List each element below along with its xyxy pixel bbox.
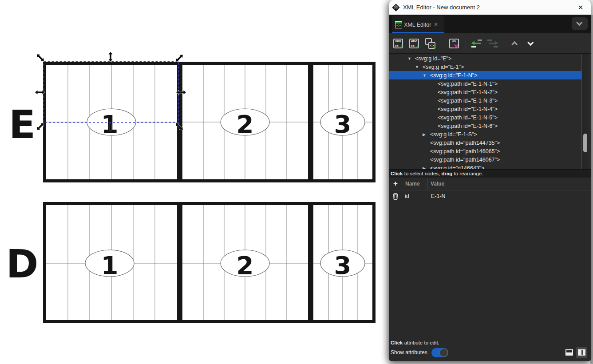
tree-node[interactable]: <svg:path id="E-1-N-3">	[389, 96, 581, 105]
attribute-hint: Click attribute to edit.	[389, 339, 591, 347]
add-attribute-button[interactable]: +	[389, 178, 402, 190]
tree-node-label: <svg:path id="E-1-N-6">	[438, 123, 498, 129]
toolbar-separator	[466, 38, 466, 49]
expander-triangle-icon[interactable]: ▶	[423, 166, 430, 170]
xml-editor-tab-icon: <>	[395, 21, 402, 28]
canvas[interactable]: 1 2 3 E	[0, 0, 389, 364]
tree-node-label: <svg:g id="E-1-S">	[430, 131, 477, 138]
tree-node-label: <svg:g id="E-1">	[423, 64, 464, 70]
attribute-table-header: + Name Value	[389, 178, 591, 190]
attr-value[interactable]: E-1-N	[427, 193, 591, 199]
layout-vertical-button[interactable]	[576, 347, 587, 358]
tree-node-label: <svg:path id="E-1-N-1">	[438, 81, 498, 87]
dialog-bottom-bar: Show attributes	[389, 347, 591, 361]
chevron-down-icon	[527, 39, 534, 45]
dialog-tabbar: <> XML Editor ✕	[389, 15, 591, 33]
move-node-up-button[interactable]	[509, 37, 521, 50]
structure-d[interactable]: 1 2 3 D	[6, 202, 374, 323]
tree-node[interactable]: <svg:path id="E-1-N-2">	[389, 88, 581, 96]
tree-node[interactable]: ▶ <svg:g id="E-1-S">	[389, 130, 581, 138]
section-label-e2: 2	[237, 110, 254, 138]
inkscape-logo-icon	[392, 4, 400, 12]
tree-node[interactable]: ▼ <svg:g id="E-1">	[389, 63, 581, 71]
tree-node[interactable]: <svg:path id="E-1-N-6">	[389, 122, 581, 130]
section-label-d3: 3	[334, 251, 352, 280]
move-node-down-button[interactable]	[525, 37, 537, 50]
screen: 1 2 3 E	[0, 0, 593, 364]
section-ellipses-d: 1 2 3	[85, 250, 365, 280]
new-element-node-button[interactable]: xml <> +	[392, 37, 404, 50]
horizontal-layout-icon	[565, 349, 573, 356]
chevron-up-icon	[511, 41, 518, 47]
tree-scrollbar[interactable]	[581, 54, 588, 169]
tree-node-label: <svg:path id="E-1-N-2">	[438, 89, 498, 95]
tree-node-label: <svg:path id="path144735">	[430, 140, 500, 146]
dialog-title: XML Editor - New document 2	[403, 4, 574, 11]
expander-triangle-icon[interactable]: ▼	[423, 73, 430, 78]
trash-icon	[392, 193, 399, 200]
section-label-d1: 1	[101, 251, 119, 280]
tab-label: XML Editor	[404, 22, 431, 28]
unindent-node-button[interactable]	[470, 37, 483, 50]
tree-node-label: <svg:path id="path146065">	[430, 148, 500, 154]
tree-node-label: <svg:g id="g146643">	[430, 165, 485, 170]
tab-overflow-button[interactable]	[572, 17, 588, 30]
tree-hint: Click to select nodes, drag to rearrange…	[389, 170, 591, 178]
handle-left-center[interactable]	[35, 91, 45, 95]
row-letter-e: E	[9, 102, 36, 147]
vertical-layout-icon	[578, 349, 585, 356]
tree-node[interactable]: <svg:path id="E-1-N-1">	[389, 79, 581, 88]
section-label-e1: 1	[101, 110, 119, 138]
tree-node[interactable]: <svg:path id="E-1-N-5">	[389, 113, 581, 122]
tree-node[interactable]: <svg:path id="path144735">	[389, 138, 581, 147]
tree-node-label: <svg:path id="E-1-N-3">	[438, 98, 498, 104]
tree-scrollbar-thumb[interactable]	[583, 134, 587, 152]
tree-node-selected[interactable]: ▼ <svg:g id="E-1-N">	[389, 71, 581, 79]
tree-node[interactable]: ▶ <svg:g id="g146643">	[389, 164, 581, 169]
show-attributes-toggle[interactable]	[431, 348, 448, 357]
delete-node-button[interactable]: <> ✕	[448, 37, 460, 50]
show-attributes-label: Show attributes	[391, 349, 427, 356]
tree-node[interactable]: <svg:path id="path146067">	[389, 155, 581, 164]
attribute-row[interactable]: id E-1-N	[389, 190, 591, 202]
handle-top-left[interactable]	[36, 53, 45, 63]
xml-node-tree: ▼ <svg:g id="E"> ▼ <svg:g id="E-1"> ▼ <s…	[389, 53, 591, 170]
tree-node[interactable]: ▼ <svg:g id="E">	[389, 54, 581, 63]
tab-xml-editor[interactable]: <> XML Editor ✕	[392, 16, 444, 33]
structure-e[interactable]: 1 2 3 E	[9, 62, 374, 182]
attribute-table-empty-area	[389, 202, 591, 339]
section-label-d2: 2	[237, 251, 254, 280]
active-tab-underline	[392, 32, 444, 33]
tree-node-label: <svg:path id="E-1-N-4">	[438, 106, 498, 112]
layout-horizontal-button[interactable]	[564, 347, 575, 358]
chevron-down-icon	[576, 20, 582, 26]
tree-node-label: <svg:g id="E-1-N">	[430, 72, 478, 79]
xml-editor-dialog: XML Editor - New document 2 ✕ <> XML Edi…	[389, 0, 591, 361]
tree-node-label: <svg:path id="E-1-N-5">	[438, 115, 498, 121]
xml-toolbar: xml <> + abc <> + <> + <> ✕	[389, 33, 591, 53]
duplicate-node-button[interactable]: <> +	[424, 37, 436, 50]
handle-top-center[interactable]	[109, 52, 113, 62]
expander-triangle-icon[interactable]: ▼	[415, 65, 423, 69]
attr-value-header: Value	[427, 178, 591, 190]
tree-node[interactable]: <svg:path id="path146065">	[389, 147, 581, 155]
delete-attribute-button[interactable]	[389, 193, 402, 200]
tree-node-label: <svg:g id="E">	[415, 55, 451, 62]
attr-name-header: Name	[402, 178, 427, 190]
toggle-knob	[439, 348, 448, 357]
section-label-e3: 3	[334, 110, 352, 138]
new-text-node-button[interactable]: abc <> +	[408, 37, 420, 50]
dialog-titlebar[interactable]: XML Editor - New document 2 ✕	[389, 0, 591, 15]
expander-triangle-icon[interactable]: ▶	[423, 132, 430, 137]
row-letter-d: D	[6, 241, 38, 287]
tree-node[interactable]: <svg:path id="E-1-N-4">	[389, 105, 581, 113]
attr-name[interactable]: id	[402, 193, 427, 199]
section-ellipses-e: 1 2 3	[87, 109, 365, 138]
indent-node-button[interactable]	[486, 37, 499, 50]
close-icon[interactable]: ✕	[574, 4, 587, 12]
handle-top-right[interactable]	[174, 53, 184, 63]
tab-close-icon[interactable]: ✕	[434, 22, 438, 28]
tree-node-label: <svg:path id="path146067">	[430, 157, 500, 163]
expander-triangle-icon[interactable]: ▼	[407, 56, 415, 61]
